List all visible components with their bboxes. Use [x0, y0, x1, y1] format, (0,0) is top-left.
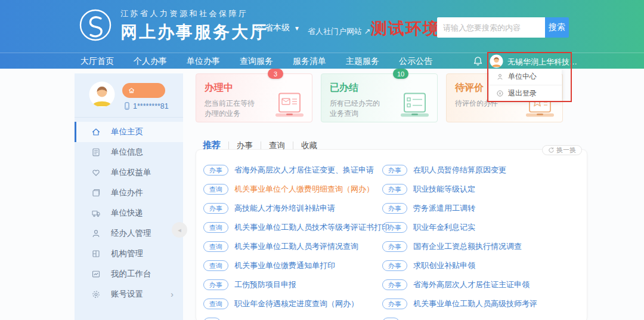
sidebar-item-org-management[interactable]: 机构管理 [75, 244, 183, 264]
phone-icon [123, 101, 131, 110]
user-avatar[interactable] [490, 54, 503, 68]
logged-in-username[interactable]: 无锡华润上华科技… [507, 57, 577, 67]
service-item[interactable]: 办事 省海外高层次人才居住证主证申领 [382, 275, 582, 294]
service-type-badge: 查询 [203, 222, 228, 233]
sidebar-item-unit-info[interactable]: 单位信息 [75, 142, 183, 162]
document-icon [91, 147, 101, 157]
service-type-badge: 办事 [382, 203, 407, 214]
search-input[interactable] [437, 17, 545, 38]
sidebar-item-unit-express[interactable]: 单位快递 [75, 203, 183, 223]
service-type-badge [382, 318, 400, 320]
in-progress-count-badge: 3 [268, 69, 283, 79]
service-type-badge: 查询 [203, 260, 228, 271]
service-item[interactable]: 查询 机关事业单位工勤人员技术等级考评证书打印 [203, 218, 380, 237]
nav-item-announcements[interactable]: 公示公告 [399, 56, 432, 67]
service-type-badge: 办事 [382, 165, 407, 176]
service-item[interactable]: 办事 劳务派遣用工调转 [382, 199, 582, 218]
service-type-badge [203, 318, 221, 320]
header-banner: 江苏省人力资源和社会保障厅 网上办事服务大厅 ◎ 省本级 ▼ 省人社门户网站 ↗… [0, 0, 644, 53]
region-selector[interactable]: ◎ 省本级 ▼ [255, 23, 300, 33]
nav-item-query[interactable]: 查询服务 [240, 56, 273, 67]
refresh-button[interactable]: 换一换 [542, 145, 582, 155]
heart-icon [91, 168, 101, 177]
notification-bell-icon[interactable] [473, 56, 483, 66]
location-pin-icon: ◎ [255, 23, 262, 32]
menu-item-unit-center[interactable]: 单位中心 [489, 69, 562, 85]
chevron-right-icon: › [171, 290, 174, 299]
nav-item-unit[interactable]: 单位办事 [187, 56, 220, 67]
sidebar-item-unit-home[interactable]: 单位主页 [75, 122, 183, 142]
sidebar-item-unit-cases[interactable]: 单位办件 [75, 183, 183, 203]
service-item[interactable]: 办事 国有企业工资总额执行情况调查 [382, 237, 582, 256]
portal-title-block: 江苏省人力资源和社会保障厅 网上办事服务大厅 [120, 8, 268, 44]
service-item[interactable]: 查询 机关事业单位工勤人员考评情况查询 [203, 237, 380, 256]
service-type-badge: 办事 [382, 260, 407, 271]
sidebar-item-my-workbench[interactable]: 我的工作台 [75, 264, 183, 284]
sidebar-item-unit-rights[interactable]: 单位权益单 [75, 162, 183, 183]
nav-item-home[interactable]: 大厅首页 [80, 56, 114, 67]
logout-icon [496, 90, 504, 97]
service-item[interactable]: 办事 职业技能等级认定 [382, 180, 582, 199]
user-dropdown-menu: 单位中心 退出登录 [489, 69, 562, 101]
nav-item-service-list[interactable]: 服务清单 [293, 56, 326, 67]
service-item[interactable]: 办事 省海外高层次人才居住证变更、换证申请 [203, 161, 380, 180]
unit-center-person-icon [496, 73, 504, 81]
card-completed[interactable]: 10 已办结 所有已经办完的业务查询 [321, 73, 438, 122]
org-name: 江苏省人力资源和社会保障厅 [120, 8, 268, 19]
nav-item-personal[interactable]: 个人办事 [134, 56, 167, 67]
building-icon [91, 249, 101, 259]
service-item[interactable]: 查询 机关事业单位缴费通知单打印 [203, 256, 380, 275]
nav-item-topics[interactable]: 主题服务 [346, 56, 379, 67]
card-in-progress[interactable]: 3 办理中 您当前正在等待办理的业务 [196, 73, 312, 122]
sidebar-collapse-handle[interactable]: ◂ [172, 222, 187, 238]
home-icon [91, 127, 101, 137]
service-type-badge: 办事 [382, 222, 407, 233]
service-item[interactable]: 办事 职业年金利息记实 [382, 218, 582, 237]
service-type-badge: 办事 [382, 299, 407, 309]
service-type-badge: 办事 [382, 279, 407, 290]
unit-name-pill [122, 83, 165, 98]
services-column-left: 办事 省海外高层次人才居住证变更、换证申请 查询 机关事业单位个人缴费明细查询（… [203, 161, 380, 320]
service-item[interactable]: 办事 求职创业补贴申领 [382, 256, 582, 275]
service-type-badge: 办事 [203, 279, 228, 290]
service-type-badge: 查询 [203, 241, 228, 252]
sidebar-user-card: 1********81 [75, 73, 183, 118]
service-type-badge: 办事 [203, 203, 228, 214]
refresh-icon [548, 147, 555, 153]
workbench-chart-icon [91, 269, 101, 279]
files-icon [91, 188, 101, 198]
service-type-badge: 办事 [203, 165, 228, 176]
laptop-checklist-icon [398, 93, 431, 119]
gear-icon [91, 290, 101, 299]
completed-count-badge: 10 [393, 69, 408, 79]
service-item[interactable]: 查询 职业年金待遇核定进度查询（网办） [203, 294, 380, 313]
unit-house-icon [128, 87, 135, 94]
menu-item-logout[interactable]: 退出登录 [489, 85, 562, 101]
service-type-badge: 查询 [203, 299, 228, 309]
service-item[interactable]: 办事 工伤预防项目申报 [203, 275, 380, 294]
portal-site-link[interactable]: 省人社门户网站 ↗ [308, 26, 371, 37]
person-icon [91, 229, 101, 238]
service-item[interactable]: 办事 高技能人才海外培训补贴申请 [203, 199, 380, 218]
truck-icon [91, 208, 101, 218]
sidebar-menu: 单位主页 单位信息 单位权益单 单位办件 [75, 118, 183, 304]
laptop-mail-icon [273, 93, 306, 119]
service-item[interactable]: 办事 在职人员暂停结算原因变更 [382, 161, 582, 180]
service-type-badge: 办事 [382, 184, 407, 195]
service-item-highlighted[interactable]: 查询 机关事业单位个人缴费明细查询（网办） [203, 180, 380, 199]
service-type-badge: 查询 [203, 184, 228, 195]
sidebar-item-agent-management[interactable]: 经办人管理 [75, 223, 183, 244]
avatar[interactable] [89, 81, 115, 107]
recommended-services-panel: 换一换 办事 省海外高层次人才居住证变更、换证申请 查询 机关事业单位个人缴费明… [196, 149, 587, 320]
service-type-badge: 办事 [382, 241, 407, 252]
masked-phone-number: 1********81 [123, 101, 169, 110]
service-item-partial[interactable] [203, 313, 380, 320]
search-button[interactable]: 搜索 [545, 17, 569, 38]
sidebar: 1********81 单位主页 单位信息 单位权益单 [75, 73, 183, 320]
service-item-partial[interactable] [382, 313, 582, 320]
main-nav: 大厅首页 个人办事 单位办事 查询服务 服务清单 主题服务 公示公告 无锡华润上… [0, 53, 644, 69]
jiangsu-hrss-logo-icon [79, 9, 112, 41]
sidebar-item-account-settings[interactable]: 账号设置 › [75, 284, 183, 304]
service-item[interactable]: 办事 机关事业单位工勤人员高级技师考评 [382, 294, 582, 313]
chevron-down-icon: ▼ [294, 25, 300, 32]
